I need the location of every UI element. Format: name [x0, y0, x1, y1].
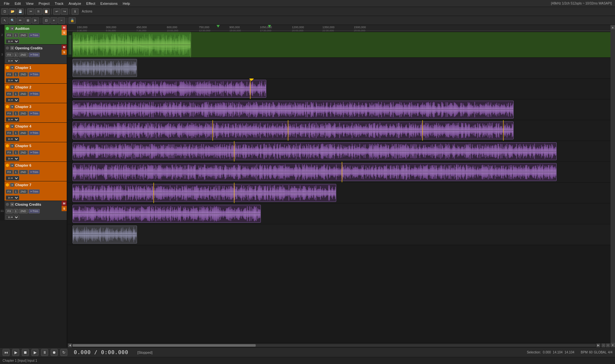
meter-value[interactable]: 4/4	[608, 351, 612, 354]
zoom-out-btn[interactable]: −	[602, 343, 605, 347]
tc-trim-ch1[interactable]: ✂Trim	[29, 72, 40, 77]
scroll-track[interactable]	[73, 344, 596, 347]
tc-1-ch5[interactable]: 1	[13, 150, 18, 155]
scroll-right-arrow[interactable]: ▶	[596, 343, 600, 347]
transport-record[interactable]: ⏺	[51, 349, 58, 356]
tb-redo[interactable]: ↪	[61, 8, 68, 15]
tb2-lock[interactable]: 🔒	[69, 17, 76, 24]
tc-2nd-ch6[interactable]: 2ND	[19, 170, 28, 174]
mute-opening[interactable]: M	[62, 45, 67, 50]
transport-loop[interactable]: ↻	[60, 349, 67, 356]
tb2-zoom-in[interactable]: +	[50, 17, 57, 24]
track-led-ch2[interactable]	[6, 86, 9, 89]
menu-extensions[interactable]: Extensions	[98, 1, 120, 6]
track-led-opening[interactable]	[6, 46, 9, 50]
tc-fx-ch3[interactable]: FX	[6, 111, 13, 116]
tc-2nd-ch4[interactable]: 2ND	[19, 131, 28, 135]
tc-2nd-closing[interactable]: 2ND	[19, 209, 28, 213]
tc-1-ch4[interactable]: 1	[13, 131, 18, 135]
tc-fx-ch4[interactable]: FX	[6, 131, 13, 135]
tc-1-ch3[interactable]: 1	[13, 111, 18, 116]
mute-audition[interactable]: M	[62, 25, 67, 30]
tc-fx-ch1[interactable]: FX	[6, 72, 13, 77]
tb2-multi[interactable]: ⊞	[24, 17, 31, 24]
tb-paste[interactable]: 📋	[43, 8, 50, 15]
track-led-closing[interactable]	[6, 203, 9, 206]
track-led-ch7[interactable]	[6, 183, 9, 186]
menu-project[interactable]: Project	[36, 1, 52, 6]
tc-fx-audition[interactable]: FX	[6, 33, 13, 37]
tc-1-ch6[interactable]: 1	[13, 170, 18, 174]
collapse-ch3[interactable]: ▾	[10, 105, 14, 109]
collapse-opening[interactable]: ▾	[10, 46, 14, 50]
tb2-zoom-out[interactable]: −	[58, 17, 65, 24]
track-led-ch5[interactable]	[6, 144, 9, 147]
track-in-dropdown-ch7[interactable]: In ▾	[6, 195, 19, 200]
tb-new[interactable]: 🗋	[1, 8, 8, 15]
tc-trim-ch7[interactable]: ✂Trim	[29, 189, 40, 194]
tc-1-ch1[interactable]: 1	[13, 72, 18, 77]
menu-help[interactable]: Help	[120, 1, 133, 6]
collapse-ch7[interactable]: ▾	[10, 183, 14, 187]
track-led-ch6[interactable]	[6, 164, 9, 167]
tc-trim-ch3[interactable]: ✂Trim	[29, 111, 40, 116]
zoom-in-btn[interactable]: +	[606, 343, 610, 347]
tc-2nd-ch5[interactable]: 2ND	[19, 150, 28, 155]
bpm-value[interactable]: 60	[589, 351, 593, 354]
tc-2nd-opening[interactable]: 2ND	[19, 53, 28, 57]
track-in-dropdown-audition[interactable]: In ▾	[6, 39, 19, 44]
tb-copy[interactable]: ⎘	[35, 8, 42, 15]
collapse-ch6[interactable]: ▾	[10, 163, 14, 167]
tc-1-audition[interactable]: 1	[13, 33, 18, 37]
menu-file[interactable]: File	[1, 1, 12, 6]
menu-edit[interactable]: Edit	[12, 1, 23, 6]
track-in-dropdown-ch3[interactable]: In ▾	[6, 117, 19, 122]
track-in-dropdown-ch4[interactable]: In ▾	[6, 137, 19, 141]
tc-fx-ch7[interactable]: FX	[6, 189, 13, 194]
collapse-audition[interactable]: ▾	[10, 27, 14, 30]
tc-2nd-ch1[interactable]: 2ND	[19, 72, 28, 77]
tb2-select[interactable]: ↖	[1, 17, 8, 24]
tc-2nd-audition[interactable]: 2ND	[19, 33, 28, 37]
track-in-dropdown-ch5[interactable]: In ▾	[6, 156, 19, 161]
tc-fx-ch6[interactable]: FX	[6, 170, 13, 174]
menu-view[interactable]: View	[23, 1, 36, 6]
mute-closing[interactable]: M	[62, 201, 67, 206]
tb-info[interactable]: ℹ	[72, 8, 79, 15]
tc-trim-audition[interactable]: ✂Trim	[29, 33, 40, 37]
tb-open[interactable]: 📂	[9, 8, 16, 15]
scroll-thumb[interactable]	[73, 344, 256, 347]
solo-closing[interactable]: S	[62, 206, 67, 211]
tc-fx-opening[interactable]: FX	[6, 53, 13, 57]
tc-trim-closing[interactable]: ✂Trim	[29, 209, 40, 213]
tb-cut[interactable]: ✂	[27, 8, 34, 15]
tb2-split[interactable]: ⫸	[32, 17, 39, 24]
tc-2nd-ch3[interactable]: 2ND	[19, 111, 28, 116]
tb-undo[interactable]: ↩	[53, 8, 60, 15]
transport-rewind[interactable]: ⏮	[3, 349, 10, 356]
tc-1-opening[interactable]: 1	[13, 53, 18, 57]
menu-effect[interactable]: Effect	[84, 1, 98, 6]
vscroll-up[interactable]: ▲	[611, 25, 615, 29]
tb2-fit[interactable]: ⊡	[43, 17, 50, 24]
timeline-ruler[interactable]: 150,000 300,000 450,000 600,000 750,000 …	[67, 25, 611, 32]
tc-2nd-ch7[interactable]: 2ND	[19, 189, 28, 194]
horizontal-scrollbar[interactable]: ◀ ▶ − +	[67, 343, 611, 347]
tc-fx-ch5[interactable]: FX	[6, 150, 13, 155]
tc-2nd-ch2[interactable]: 2ND	[19, 92, 28, 96]
track-led-audition[interactable]	[6, 27, 9, 30]
tc-1-ch2[interactable]: 1	[13, 92, 18, 96]
track-in-dropdown-ch1[interactable]: In ▾	[6, 78, 19, 83]
vscroll-down[interactable]: ▼	[611, 343, 615, 347]
transport-pause[interactable]: ⏸	[41, 349, 48, 356]
transport-play2[interactable]: ▶	[31, 349, 38, 356]
tb2-zoom[interactable]: 🔍	[9, 17, 16, 24]
tc-trim-ch6[interactable]: ✂Trim	[29, 170, 40, 174]
track-led-ch1[interactable]	[6, 66, 9, 69]
menu-track[interactable]: Track	[52, 1, 66, 6]
tc-fx-closing[interactable]: FX	[6, 209, 13, 213]
collapse-ch2[interactable]: ▾	[10, 85, 14, 89]
transport-stop[interactable]: ⏹	[22, 349, 29, 356]
tc-trim-ch5[interactable]: ✂Trim	[29, 150, 40, 155]
tc-1-closing[interactable]: 1	[13, 209, 18, 213]
